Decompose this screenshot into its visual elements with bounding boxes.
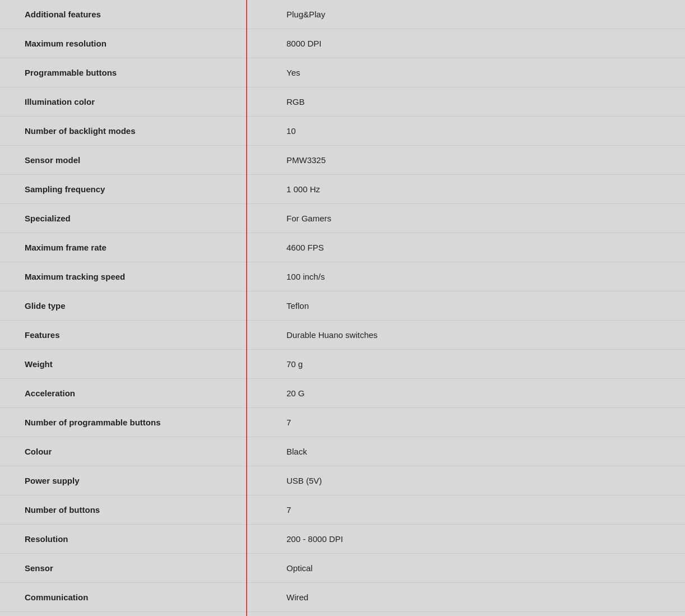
spec-label: Number of buttons: [0, 495, 247, 525]
spec-value: Durable Huano switches: [247, 321, 685, 350]
spec-label: Programmable buttons: [0, 58, 247, 87]
spec-label: Communication: [0, 583, 247, 612]
table-row: ColourBlack: [0, 437, 685, 466]
spec-label: Acceleration: [0, 379, 247, 408]
spec-label: Illumination color: [0, 87, 247, 117]
table-row: Weight70 g: [0, 350, 685, 379]
spec-value: 8000 DPI: [247, 29, 685, 58]
spec-value: 4600 FPS: [247, 233, 685, 262]
spec-label: Colour: [0, 437, 247, 466]
spec-value: RGB: [247, 87, 685, 117]
spec-label: Additional features: [0, 0, 247, 29]
spec-label: Sampling frequency: [0, 175, 247, 204]
spec-label: Sensor: [0, 554, 247, 583]
table-row: Illumination colorRGB: [0, 87, 685, 117]
spec-label: Maximum tracking speed: [0, 262, 247, 291]
spec-label: Sensor model: [0, 146, 247, 175]
spec-value: Black: [247, 437, 685, 466]
spec-value: For Gamers: [247, 204, 685, 233]
spec-value: 1 000 Hz: [247, 175, 685, 204]
spec-label: Number of programmable buttons: [0, 408, 247, 437]
spec-label: Weight: [0, 350, 247, 379]
spec-value: 10: [247, 117, 685, 146]
table-row: Sampling frequency1 000 Hz: [0, 175, 685, 204]
table-row: Programmable buttonsYes: [0, 58, 685, 87]
table-row: IlluminationYes: [0, 612, 685, 617]
table-row: Maximum resolution8000 DPI: [0, 29, 685, 58]
table-row: Power supplyUSB (5V): [0, 466, 685, 495]
table-row: Resolution200 - 8000 DPI: [0, 525, 685, 554]
spec-value: Yes: [247, 58, 685, 87]
spec-value: 200 - 8000 DPI: [247, 525, 685, 554]
table-row: Number of programmable buttons7: [0, 408, 685, 437]
table-row: SensorOptical: [0, 554, 685, 583]
spec-value: 100 inch/s: [247, 262, 685, 291]
table-row: SpecializedFor Gamers: [0, 204, 685, 233]
table-row: Number of buttons7: [0, 495, 685, 525]
spec-value: Plug&Play: [247, 0, 685, 29]
spec-label: Features: [0, 321, 247, 350]
spec-value: USB (5V): [247, 466, 685, 495]
spec-value: 7: [247, 495, 685, 525]
spec-value: 70 g: [247, 350, 685, 379]
table-row: Maximum tracking speed100 inch/s: [0, 262, 685, 291]
specs-table: Additional featuresPlug&PlayMaximum reso…: [0, 0, 685, 616]
table-row: Glide typeTeflon: [0, 291, 685, 321]
spec-value: Optical: [247, 554, 685, 583]
spec-label: Glide type: [0, 291, 247, 321]
spec-value: Teflon: [247, 291, 685, 321]
spec-label: Resolution: [0, 525, 247, 554]
table-row: Sensor modelPMW3325: [0, 146, 685, 175]
spec-value: 20 G: [247, 379, 685, 408]
spec-value: 7: [247, 408, 685, 437]
spec-value: Yes: [247, 612, 685, 617]
spec-label: Specialized: [0, 204, 247, 233]
spec-value: Wired: [247, 583, 685, 612]
table-row: Acceleration20 G: [0, 379, 685, 408]
table-row: Additional featuresPlug&Play: [0, 0, 685, 29]
table-row: CommunicationWired: [0, 583, 685, 612]
spec-label: Illumination: [0, 612, 247, 617]
spec-label: Number of backlight modes: [0, 117, 247, 146]
table-row: FeaturesDurable Huano switches: [0, 321, 685, 350]
spec-label: Power supply: [0, 466, 247, 495]
table-row: Number of backlight modes10: [0, 117, 685, 146]
table-row: Maximum frame rate4600 FPS: [0, 233, 685, 262]
spec-value: PMW3325: [247, 146, 685, 175]
spec-label: Maximum resolution: [0, 29, 247, 58]
spec-label: Maximum frame rate: [0, 233, 247, 262]
